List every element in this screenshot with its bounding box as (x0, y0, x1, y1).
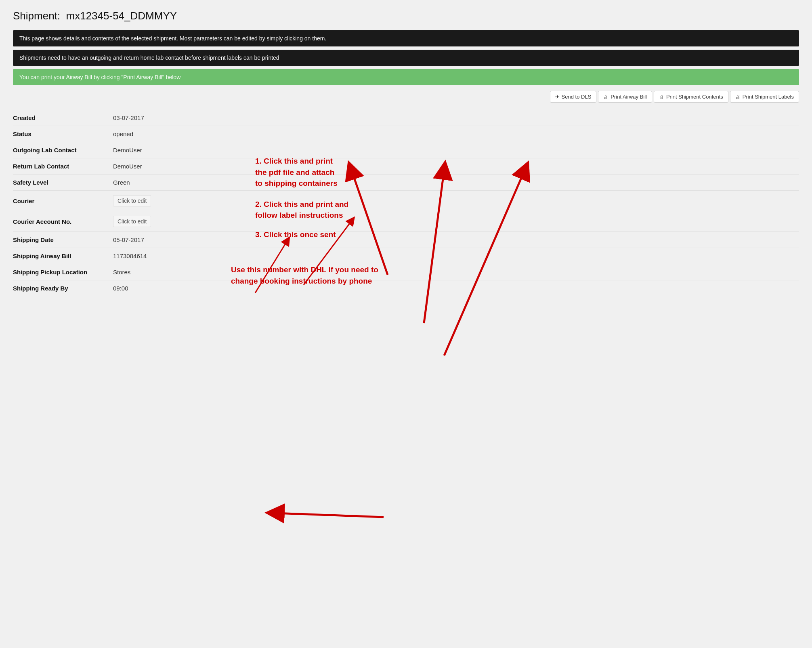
page-title: Shipment: mx12345-54_DDMMYY (13, 10, 799, 22)
detail-table: Created03-07-2017StatusopenedOutgoing La… (13, 110, 799, 296)
field-label: Outgoing Lab Contact (13, 142, 110, 158)
info-banner-1: This page shows details and contents of … (13, 30, 799, 46)
send-to-dls-button[interactable]: ✈ Send to DLS (550, 91, 597, 103)
table-row: Shipping Airway Bill1173084614 (13, 248, 799, 264)
field-value: 09:00 (110, 280, 799, 297)
field-value: 03-07-2017 (110, 110, 799, 126)
field-value[interactable]: Click to edit (110, 211, 799, 232)
field-label: Courier (13, 191, 110, 211)
field-label: Safety Level (13, 175, 110, 191)
field-value: 1173084614 (110, 248, 799, 264)
field-value: opened (110, 126, 799, 142)
table-row: Return Lab ContactDemoUser (13, 158, 799, 175)
table-row: Created03-07-2017 (13, 110, 799, 126)
field-label: Status (13, 126, 110, 142)
table-row: Courier Account No.Click to edit (13, 211, 799, 232)
plane-icon: ✈ (555, 94, 560, 100)
field-label: Shipping Date (13, 232, 110, 248)
print-icon-2: 🖨 (659, 94, 664, 100)
field-value: DemoUser (110, 158, 799, 175)
info-banner-2: Shipments need to have an outgoing and r… (13, 50, 799, 66)
field-label: Created (13, 110, 110, 126)
field-value: DemoUser (110, 142, 799, 158)
print-shipment-contents-button[interactable]: 🖨 Print Shipment Contents (654, 91, 728, 103)
toolbar: ✈ Send to DLS 🖨 Print Airway Bill 🖨 Prin… (13, 91, 799, 103)
table-row: Shipping Pickup LocationStores (13, 264, 799, 280)
click-to-edit-value[interactable]: Click to edit (113, 195, 151, 206)
print-icon-1: 🖨 (603, 94, 608, 100)
field-label: Shipping Airway Bill (13, 248, 110, 264)
field-value: 05-07-2017 (110, 232, 799, 248)
field-label: Shipping Ready By (13, 280, 110, 297)
field-label: Courier Account No. (13, 211, 110, 232)
click-to-edit-value[interactable]: Click to edit (113, 216, 151, 227)
field-label: Return Lab Contact (13, 158, 110, 175)
print-icon-3: 🖨 (735, 94, 741, 100)
table-row: Shipping Ready By09:00 (13, 280, 799, 297)
content-area: ✈ Send to DLS 🖨 Print Airway Bill 🖨 Prin… (13, 91, 799, 296)
field-value: Stores (110, 264, 799, 280)
print-airway-bill-button[interactable]: 🖨 Print Airway Bill (598, 91, 652, 103)
info-banner-3: You can print your Airway Bill by clicki… (13, 69, 799, 85)
table-row: Outgoing Lab ContactDemoUser (13, 142, 799, 158)
table-row: Shipping Date05-07-2017 (13, 232, 799, 248)
table-row: Safety LevelGreen (13, 175, 799, 191)
print-shipment-labels-button[interactable]: 🖨 Print Shipment Labels (730, 91, 799, 103)
table-row: Statusopened (13, 126, 799, 142)
field-label: Shipping Pickup Location (13, 264, 110, 280)
field-value[interactable]: Click to edit (110, 191, 799, 211)
field-value: Green (110, 175, 799, 191)
table-row: CourierClick to edit (13, 191, 799, 211)
